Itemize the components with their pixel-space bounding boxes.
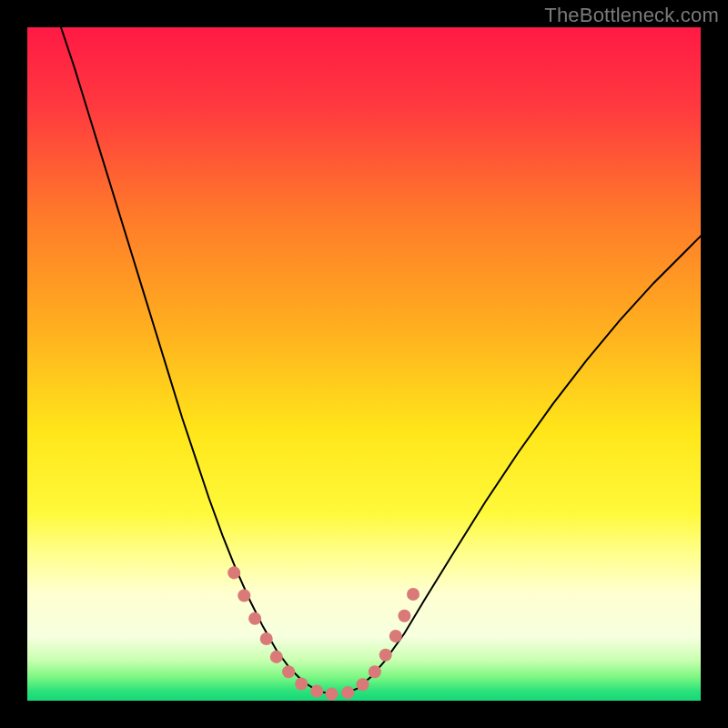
marker-dot	[295, 677, 308, 690]
marker-dot	[356, 678, 369, 691]
chart-frame: TheBottleneck.com	[0, 0, 728, 728]
marker-dot	[369, 665, 381, 678]
marker-dot	[389, 630, 402, 642]
marker-dot	[248, 612, 261, 625]
marker-dot	[398, 610, 410, 622]
marker-dot	[270, 651, 283, 663]
marker-dot	[341, 686, 354, 699]
marker-dot	[238, 590, 250, 602]
marker-dot	[282, 665, 295, 678]
marker-dot	[379, 649, 392, 662]
chart-plot	[27, 27, 701, 701]
marker-dot	[260, 632, 273, 645]
marker-dot	[407, 588, 420, 601]
marker-dot	[228, 566, 240, 579]
watermark-text: TheBottleneck.com	[544, 4, 719, 27]
marker-dot	[325, 688, 338, 701]
plot-background	[27, 27, 701, 701]
marker-dot	[310, 685, 323, 698]
